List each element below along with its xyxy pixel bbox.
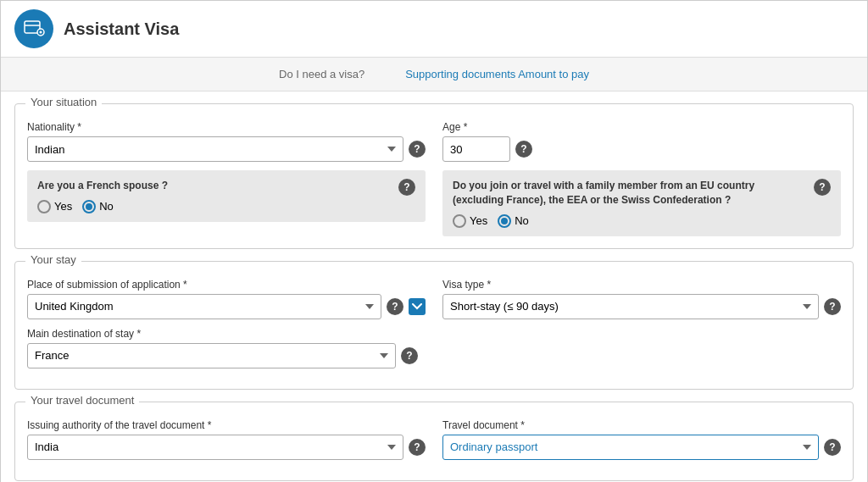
french-spouse-yes-radio[interactable]	[37, 200, 51, 213]
main-destination-group: Main destination of stay * France ?	[27, 328, 418, 368]
french-spouse-yes-label[interactable]: Yes	[37, 200, 72, 213]
visa-type-help-icon[interactable]: ?	[824, 298, 841, 315]
age-input[interactable]	[442, 136, 510, 162]
your-situation-title: Your situation	[25, 96, 102, 108]
issuing-authority-group: Issuing authority of the travel document…	[27, 419, 426, 460]
your-stay-section: Your stay Place of submission of applica…	[14, 261, 854, 390]
issuing-authority-select[interactable]: India	[27, 435, 403, 460]
travel-document-title: Your travel document	[25, 394, 139, 407]
nationality-select[interactable]: Indian	[27, 136, 403, 162]
visa-type-select[interactable]: Short-stay (≤ 90 days)	[442, 294, 819, 319]
eu-family-text: Do you join or travel with a family memb…	[453, 179, 802, 208]
your-stay-title: Your stay	[25, 253, 81, 266]
main-destination-row: Main destination of stay * France ?	[27, 328, 418, 368]
nationality-help-icon[interactable]: ?	[409, 141, 426, 158]
eu-family-yes-radio[interactable]	[453, 214, 466, 228]
header: Assistant Visa	[1, 1, 867, 58]
french-spouse-no-label[interactable]: No	[82, 200, 114, 213]
eu-family-no-label[interactable]: No	[498, 214, 529, 228]
app-logo	[14, 9, 53, 48]
app-window: Assistant Visa Do I need a visa? Support…	[0, 0, 868, 482]
travel-doc-left-col: Issuing authority of the travel document…	[27, 419, 426, 468]
age-help-icon[interactable]: ?	[515, 141, 532, 158]
situation-right-col: Age * ? Do you join or travel with a fam…	[442, 121, 841, 236]
visa-type-group: Visa type * Short-stay (≤ 90 days) ?	[442, 279, 841, 319]
french-spouse-label: Are you a French spouse ?	[37, 179, 168, 193]
age-group: Age * ?	[442, 121, 841, 162]
eu-family-yes-label[interactable]: Yes	[453, 214, 487, 228]
main-content: Your situation Nationality * Indian ?	[1, 91, 867, 482]
french-spouse-help-icon[interactable]: ?	[398, 179, 415, 196]
eu-family-no-radio[interactable]	[498, 214, 511, 228]
place-submission-select[interactable]: United Kingdom	[27, 294, 381, 319]
stay-top-row: Place of submission of application * Uni…	[27, 279, 841, 328]
nationality-group: Nationality * Indian ?	[27, 121, 426, 162]
nav-tabs: Do I need a visa? Supporting documents A…	[1, 58, 867, 91]
your-situation-section: Your situation Nationality * Indian ?	[14, 103, 854, 249]
place-submission-group: Place of submission of application * Uni…	[27, 279, 426, 319]
tab-supporting-docs[interactable]: Supporting documents Amount to pay	[398, 64, 596, 84]
eu-family-radios: Yes No	[453, 214, 831, 228]
place-submission-help-icon[interactable]: ?	[387, 298, 403, 315]
age-label: Age *	[442, 121, 841, 133]
travel-document-group: Travel document * Ordinary passport ?	[442, 419, 841, 460]
app-title: Assistant Visa	[64, 19, 179, 39]
travel-document-select[interactable]: Ordinary passport	[442, 435, 819, 460]
main-destination-help-icon[interactable]: ?	[401, 347, 418, 364]
travel-document-section: Your travel document Issuing authority o…	[14, 402, 854, 481]
situation-columns: Nationality * Indian ? Are you a French …	[27, 121, 841, 236]
stay-left-col: Place of submission of application * Uni…	[27, 279, 426, 328]
eu-family-help-icon[interactable]: ?	[814, 179, 831, 196]
travel-doc-columns: Issuing authority of the travel document…	[27, 419, 841, 468]
main-destination-select[interactable]: France	[27, 343, 396, 368]
issuing-authority-label: Issuing authority of the travel document…	[27, 419, 426, 431]
tab-do-i-need-visa[interactable]: Do I need a visa?	[272, 64, 371, 84]
issuing-authority-help-icon[interactable]: ?	[409, 439, 426, 456]
french-spouse-no-radio[interactable]	[82, 200, 96, 213]
travel-document-type-label: Travel document *	[442, 419, 841, 431]
stay-right-col: Visa type * Short-stay (≤ 90 days) ?	[442, 279, 841, 328]
eu-family-box: Do you join or travel with a family memb…	[442, 170, 841, 236]
travel-document-help-icon[interactable]: ?	[824, 439, 841, 456]
french-spouse-radios: Yes No	[37, 200, 415, 213]
logo-icon	[23, 18, 45, 40]
french-spouse-box: Are you a French spouse ? ? Yes	[27, 170, 426, 222]
place-submission-expand-icon[interactable]	[409, 298, 426, 315]
nationality-label: Nationality *	[27, 121, 426, 133]
situation-left-col: Nationality * Indian ? Are you a French …	[27, 121, 426, 236]
travel-doc-right-col: Travel document * Ordinary passport ?	[442, 419, 841, 468]
visa-type-label: Visa type *	[442, 279, 841, 291]
place-submission-label: Place of submission of application *	[27, 279, 426, 291]
main-destination-label: Main destination of stay *	[27, 328, 418, 340]
